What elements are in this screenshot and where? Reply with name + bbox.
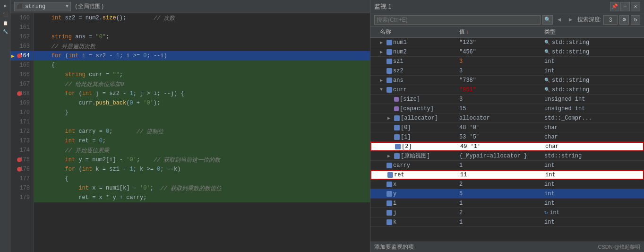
- col-value-header: 值 ↓: [455, 28, 541, 36]
- line-167: 167: [10, 79, 34, 89]
- row-type-size: unsigned int: [541, 96, 644, 103]
- watch-minus-btn[interactable]: —: [620, 2, 630, 11]
- row-value-num2: "456": [455, 49, 541, 55]
- watch-settings-btn[interactable]: ⚙: [619, 15, 629, 25]
- row-type-i: int: [541, 200, 644, 207]
- row-name-allocator: ▶ [allocator]: [370, 115, 455, 122]
- col-type-header: 类型: [541, 28, 644, 36]
- row-name-num1: ▶ num1: [370, 39, 455, 46]
- row-value-carry: 1: [455, 162, 541, 169]
- row-name-i: ▶ i: [370, 200, 455, 207]
- line-numbers: 160 161 162 163 ▶ 164 165 166 167 168 16…: [10, 13, 34, 252]
- line-163: 163: [10, 42, 34, 51]
- row-value-size: 3: [455, 96, 541, 103]
- watch-row-capacity[interactable]: ▶ [capacity] 15 unsigned int: [370, 104, 644, 113]
- watch-pin-btn[interactable]: 📌: [610, 2, 619, 11]
- line-176: 176: [10, 165, 34, 174]
- watch-row-size[interactable]: ▶ [size] 3 unsigned int: [370, 95, 644, 104]
- type-dropdown[interactable]: ⬛ string ▼: [14, 2, 71, 11]
- search-btn[interactable]: 🔍: [542, 15, 553, 25]
- row-value-sz1: 3: [455, 58, 541, 65]
- row-value-ans: "738": [455, 77, 541, 84]
- code-line-172: int carry = 0; // 进制位: [34, 127, 370, 136]
- row-type-idx1: char: [541, 134, 644, 140]
- watch-close-btn[interactable]: ✕: [631, 2, 640, 11]
- line-173: 173: [10, 136, 34, 146]
- row-name-idx0: ▶ [0]: [370, 124, 455, 131]
- row-type-carry: int: [541, 162, 644, 169]
- line-177: 177: [10, 174, 34, 183]
- row-name-num2: ▶ num2: [370, 49, 455, 55]
- watch-row-sz1[interactable]: ▶ sz1 3 int: [370, 57, 644, 66]
- code-line-165: {: [34, 61, 370, 70]
- line-164: ▶ 164: [10, 51, 34, 61]
- code-line-160: int sz2 = num2.size(); // 次数: [34, 13, 370, 23]
- line-178: 178: [10, 183, 34, 193]
- line-161: 161: [10, 23, 34, 32]
- code-line-171: [34, 117, 370, 127]
- row-value-rawview: {_Mypair=allocator }: [455, 153, 541, 159]
- watch-row-idx1[interactable]: ▶ [1] 53 '5' char: [370, 132, 644, 142]
- code-container: 160 161 162 163 ▶ 164 165 166 167 168 16…: [10, 13, 370, 252]
- line-160: 160: [10, 13, 34, 23]
- code-line-175: int y = num2[i] - '0'; // 获取到当前这一位的数: [34, 155, 370, 165]
- watch-row-ans[interactable]: ▶ ans "738" 🔍 std::string: [370, 76, 644, 85]
- watch-row-ret[interactable]: ▶ ret 11 int: [370, 170, 644, 180]
- row-value-idx0: 48 '0': [455, 124, 541, 131]
- watch-search-bar: 🔍 ◀ ▶ 搜索深度: ⚙ ↻: [370, 13, 644, 26]
- line-174: 174: [10, 146, 34, 155]
- row-value-sz2: 3: [455, 68, 541, 74]
- code-line-164: for (int i = sz2 - 1; i >= 0; --i): [34, 51, 370, 61]
- row-type-sz2: int: [541, 68, 644, 74]
- row-name-idx1: ▶ [1]: [370, 134, 455, 140]
- watch-refresh-btn[interactable]: ↻: [631, 15, 640, 25]
- watch-row-num2[interactable]: ▶ num2 "456" 🔍 std::string: [370, 47, 644, 57]
- watch-row-k[interactable]: ▶ k 1 int: [370, 217, 644, 227]
- watch-row-x[interactable]: ▶ x 2 int: [370, 180, 644, 189]
- row-type-j: ↻ int: [541, 209, 644, 216]
- watch-row-idx0[interactable]: ▶ [0] 48 '0' char: [370, 123, 644, 132]
- watch-row-sz2[interactable]: ▶ sz2 3 int: [370, 66, 644, 76]
- line-175: 175: [10, 155, 34, 165]
- code-line-168: for (int j = sz2 - 1; j > i; --j) {: [34, 89, 370, 98]
- row-type-sz1: int: [541, 58, 644, 65]
- row-name-idx2: ▶ [2]: [371, 143, 456, 150]
- row-name-curr: ▼ curr: [370, 87, 455, 93]
- watch-row-allocator[interactable]: ▶ [allocator] allocator std::_Compr...: [370, 113, 644, 123]
- depth-input[interactable]: [603, 15, 618, 25]
- watch-row-y[interactable]: ▶ y 5 int: [370, 189, 644, 199]
- code-line-176: for (int k = sz1 - 1; k >= 0; --k): [34, 165, 370, 174]
- row-type-allocator: std::_Compr...: [541, 115, 644, 122]
- row-type-num1: 🔍 std::string: [541, 39, 644, 46]
- line-169: 169: [10, 98, 34, 108]
- footer-credit: CSDN·@烽起黎明: [598, 243, 640, 251]
- watch-row-rawview[interactable]: ▶ [原始视图] {_Mypair=allocator } std::strin…: [370, 151, 644, 161]
- row-value-i: 1: [455, 200, 541, 207]
- depth-label: 搜索深度:: [577, 16, 601, 24]
- footer-add-label[interactable]: 添加要监视的项: [374, 243, 594, 251]
- watch-row-j[interactable]: ▶ j 2 ↻ int: [370, 208, 644, 217]
- row-type-idx0: char: [541, 124, 644, 131]
- watch-row-num1[interactable]: ▶ num1 "123" 🔍 std::string: [370, 38, 644, 47]
- watch-row-idx2[interactable]: ▶ [2] 49 '1' char: [370, 142, 644, 151]
- nav-back-btn[interactable]: ◀: [555, 15, 564, 25]
- nav-forward-btn[interactable]: ▶: [566, 15, 575, 25]
- watch-row-carry[interactable]: ▶ carry 1 int: [370, 161, 644, 170]
- row-type-ans: 🔍 std::string: [541, 77, 644, 84]
- watch-title: 监视 1: [374, 2, 608, 11]
- watch-search-input[interactable]: [374, 15, 541, 25]
- row-name-ans: ▶ ans: [370, 77, 455, 84]
- row-type-capacity: unsigned int: [541, 105, 644, 112]
- editor-sidebar: ▶ ⬛ 📋 🔧: [0, 0, 10, 252]
- line-165: 165: [10, 61, 34, 70]
- row-name-j: ▶ j: [370, 209, 455, 216]
- type-label: string: [25, 3, 45, 10]
- row-name-sz2: ▶ sz2: [370, 68, 455, 74]
- watch-row-curr[interactable]: ▼ curr "051" 🔍 std::string: [370, 85, 644, 95]
- watch-row-i[interactable]: ▶ i 1 int: [370, 199, 644, 208]
- code-line-169: curr.push_back(0 + '0');: [34, 98, 370, 108]
- row-name-y: ▶ y: [370, 191, 455, 197]
- row-name-x: ▶ x: [370, 181, 455, 188]
- editor-toolbar: ⬛ string ▼ (全局范围): [10, 0, 370, 13]
- line-168: 168: [10, 89, 34, 98]
